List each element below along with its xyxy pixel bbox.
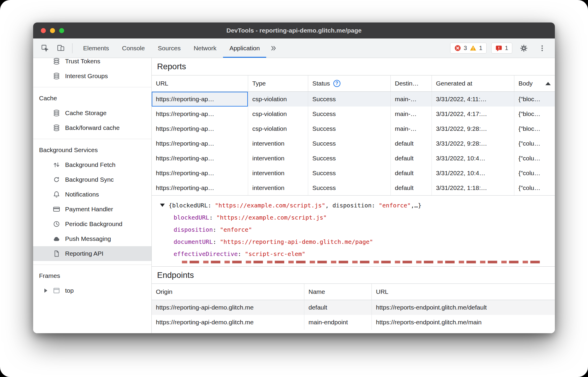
help-icon[interactable] [333, 80, 340, 87]
sidebar-item-push-messaging[interactable]: Push Messaging [33, 231, 151, 246]
tab-application[interactable]: Application [223, 38, 266, 58]
sidebar-item-top-frame[interactable]: top [33, 283, 151, 298]
column-header-body[interactable]: Body [514, 75, 555, 92]
report-status-cell[interactable]: Success [308, 107, 391, 121]
report-row[interactable]: https://reporting-ap… intervention Succe… [152, 136, 555, 151]
column-header-destination[interactable]: Destin… [391, 75, 432, 92]
report-body-cell[interactable]: {"bloc… [514, 121, 555, 136]
report-row[interactable]: https://reporting-ap… intervention Succe… [152, 151, 555, 166]
report-generated-cell[interactable]: 3/31/2022, 10:4… [432, 166, 514, 181]
sidebar-item-reporting-api[interactable]: Reporting API [33, 246, 151, 261]
report-generated-cell[interactable]: 3/31/2022, 10:4… [432, 151, 514, 166]
json-string: "script-src-elem" [245, 250, 306, 257]
tab-sources[interactable]: Sources [151, 38, 187, 58]
column-header-status[interactable]: Status [308, 75, 391, 92]
report-type-cell[interactable]: csp-violation [248, 107, 308, 121]
endpoint-name-cell[interactable]: default [304, 300, 372, 315]
report-generated-cell[interactable]: 3/31/2022, 1:18:… [432, 181, 514, 195]
endpoint-url-cell[interactable]: https://reports-endpoint.glitch.me/main [372, 315, 555, 330]
column-header-url[interactable]: URL [372, 283, 555, 300]
application-panel: Trust Tokens Interest Groups Cache Cache… [33, 58, 555, 333]
column-header-url[interactable]: URL [152, 75, 248, 92]
report-destination-cell[interactable]: main-… [391, 121, 432, 136]
report-body-cell[interactable]: {"bloc… [514, 92, 555, 107]
report-row[interactable]: https://reporting-ap… intervention Succe… [152, 181, 555, 195]
sidebar-item-payment-handler[interactable]: Payment Handler [33, 202, 151, 217]
devtools-menu-button[interactable] [535, 41, 549, 55]
report-generated-cell[interactable]: 3/31/2022, 4:11:… [432, 92, 514, 107]
report-url-cell[interactable]: https://reporting-ap… [152, 166, 248, 181]
close-window-button[interactable] [41, 28, 46, 33]
sidebar-item-background-sync[interactable]: Background Sync [33, 172, 151, 187]
report-destination-cell[interactable]: default [391, 136, 432, 151]
endpoint-origin-cell[interactable]: https://reporting-api-demo.glitch.me [152, 300, 304, 315]
report-type-cell[interactable]: intervention [248, 136, 308, 151]
collapse-arrow-icon[interactable] [160, 204, 165, 207]
report-status-cell[interactable]: Success [308, 166, 391, 181]
sidebar-item-cache-storage[interactable]: Cache Storage [33, 106, 151, 120]
endpoint-origin-cell[interactable]: https://reporting-api-demo.glitch.me [152, 315, 304, 330]
report-destination-cell[interactable]: default [391, 151, 432, 166]
report-status-cell[interactable]: Success [308, 151, 391, 166]
report-row[interactable]: https://reporting-ap… csp-violation Succ… [152, 92, 555, 107]
report-type-cell[interactable]: csp-violation [248, 121, 308, 136]
tab-console[interactable]: Console [116, 38, 151, 58]
report-body-cell[interactable]: {"colu… [514, 166, 555, 181]
sidebar-item-trust-tokens[interactable]: Trust Tokens [33, 58, 151, 69]
report-url-cell[interactable]: https://reporting-ap… [152, 181, 248, 195]
sidebar-item-notifications[interactable]: Notifications [33, 187, 151, 202]
report-destination-cell[interactable]: main-… [391, 107, 432, 121]
report-body-cell[interactable]: {"colu… [514, 151, 555, 166]
column-header-generated-at[interactable]: Generated at [432, 75, 514, 92]
endpoint-row[interactable]: https://reporting-api-demo.glitch.me def… [152, 300, 555, 315]
column-header-type[interactable]: Type [248, 75, 308, 92]
sidebar-item-periodic-background-sync[interactable]: Periodic Background [33, 217, 151, 231]
report-type-cell[interactable]: intervention [248, 151, 308, 166]
column-header-origin[interactable]: Origin [152, 283, 304, 300]
report-type-cell[interactable]: csp-violation [248, 92, 308, 107]
tab-elements[interactable]: Elements [77, 38, 116, 58]
report-status-cell[interactable]: Success [308, 121, 391, 136]
disclosure-triangle-icon[interactable] [44, 289, 47, 293]
report-destination-cell[interactable]: default [391, 181, 432, 195]
report-destination-cell[interactable]: default [391, 166, 432, 181]
device-toolbar-button[interactable] [54, 41, 67, 55]
inspect-element-button[interactable] [38, 41, 51, 55]
zoom-window-button[interactable] [59, 28, 64, 33]
report-body-cell[interactable]: {"colu… [514, 136, 555, 151]
report-url-cell[interactable]: https://reporting-ap… [152, 151, 248, 166]
settings-button[interactable] [517, 41, 531, 55]
inspect-cursor-icon [41, 44, 49, 52]
minimize-window-button[interactable] [50, 28, 55, 33]
endpoint-name-cell[interactable]: main-endpoint [304, 315, 372, 330]
report-url-cell[interactable]: https://reporting-ap… [152, 136, 248, 151]
report-destination-cell[interactable]: main-… [391, 92, 432, 107]
report-url-cell[interactable]: https://reporting-ap… [152, 121, 248, 136]
column-header-name[interactable]: Name [304, 283, 372, 300]
issues-badge[interactable]: 1 [491, 43, 512, 54]
report-body-cell[interactable]: {"colu… [514, 181, 555, 195]
tab-network[interactable]: Network [187, 38, 223, 58]
report-row[interactable]: https://reporting-ap… csp-violation Succ… [152, 121, 555, 136]
report-body-cell[interactable]: {"bloc… [514, 107, 555, 121]
report-row[interactable]: https://reporting-ap… intervention Succe… [152, 166, 555, 181]
sidebar-item-interest-groups[interactable]: Interest Groups [33, 69, 151, 83]
sidebar-item-back-forward-cache[interactable]: Back/forward cache [33, 120, 151, 135]
endpoint-row[interactable]: https://reporting-api-demo.glitch.me mai… [152, 315, 555, 330]
report-row[interactable]: https://reporting-ap… csp-violation Succ… [152, 107, 555, 121]
report-generated-cell[interactable]: 3/31/2022, 9:28:… [432, 136, 514, 151]
report-type-cell[interactable]: intervention [248, 181, 308, 195]
report-url-cell[interactable]: https://reporting-ap… [152, 92, 248, 107]
report-generated-cell[interactable]: 3/31/2022, 4:17:… [432, 107, 514, 121]
report-status-cell[interactable]: Success [308, 181, 391, 195]
report-url-cell[interactable]: https://reporting-ap… [152, 107, 248, 121]
report-status-cell[interactable]: Success [308, 92, 391, 107]
more-tabs-button[interactable] [266, 38, 281, 58]
report-generated-cell[interactable]: 3/31/2022, 9:28:… [432, 121, 514, 136]
column-label: URL [376, 288, 388, 295]
report-status-cell[interactable]: Success [308, 136, 391, 151]
sidebar-item-background-fetch[interactable]: Background Fetch [33, 157, 151, 172]
endpoint-url-cell[interactable]: https://reports-endpoint.glitch.me/defau… [372, 300, 555, 315]
report-type-cell[interactable]: intervention [248, 166, 308, 181]
console-errors-warnings-badge[interactable]: 3 1 [450, 43, 487, 54]
